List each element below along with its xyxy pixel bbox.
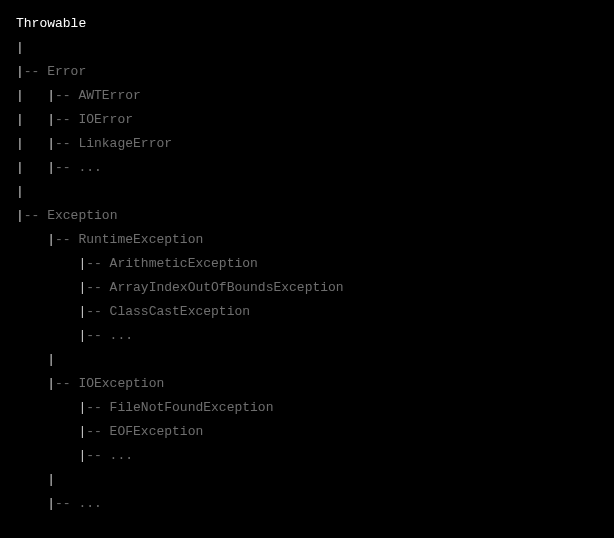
tree-line: Throwable bbox=[16, 12, 598, 36]
tree-segment: Throwable bbox=[16, 16, 86, 31]
tree-segment: -- ClassCastException bbox=[86, 304, 250, 319]
tree-line: |-- Error bbox=[16, 60, 598, 84]
tree-segment: | bbox=[16, 40, 24, 55]
tree-line: |-- RuntimeException bbox=[16, 228, 598, 252]
tree-line: | |-- LinkageError bbox=[16, 132, 598, 156]
tree-segment: -- IOError bbox=[55, 112, 133, 127]
tree-segment: | bbox=[16, 64, 24, 79]
tree-segment: | | bbox=[16, 136, 55, 151]
tree-line: | |-- AWTError bbox=[16, 84, 598, 108]
tree-segment: | bbox=[16, 208, 24, 223]
tree-line: | bbox=[16, 348, 598, 372]
tree-segment: | bbox=[16, 496, 55, 511]
tree-line: |-- ... bbox=[16, 444, 598, 468]
tree-segment: -- ArrayIndexOutOfBoundsException bbox=[86, 280, 343, 295]
tree-segment: -- ... bbox=[55, 496, 102, 511]
tree-segment: | bbox=[16, 472, 55, 487]
tree-segment: -- EOFException bbox=[86, 424, 203, 439]
tree-line: |-- EOFException bbox=[16, 420, 598, 444]
tree-segment: | bbox=[16, 232, 55, 247]
tree-line: |-- ... bbox=[16, 324, 598, 348]
tree-segment: | | bbox=[16, 160, 55, 175]
tree-line: | |-- IOError bbox=[16, 108, 598, 132]
tree-line: | bbox=[16, 36, 598, 60]
tree-segment: | bbox=[16, 424, 86, 439]
tree-line: | |-- ... bbox=[16, 156, 598, 180]
exception-hierarchy-tree: Throwable||-- Error| |-- AWTError| |-- I… bbox=[16, 12, 598, 516]
tree-segment: -- LinkageError bbox=[55, 136, 172, 151]
tree-segment: | bbox=[16, 328, 86, 343]
tree-line: |-- FileNotFoundException bbox=[16, 396, 598, 420]
tree-segment: -- Exception bbox=[24, 208, 118, 223]
tree-segment: | bbox=[16, 376, 55, 391]
tree-segment: -- ... bbox=[55, 160, 102, 175]
tree-segment: | | bbox=[16, 88, 55, 103]
tree-line: |-- Exception bbox=[16, 204, 598, 228]
tree-segment: | bbox=[16, 352, 55, 367]
tree-segment: -- RuntimeException bbox=[55, 232, 203, 247]
tree-segment: | bbox=[16, 256, 86, 271]
tree-segment: | bbox=[16, 280, 86, 295]
tree-segment: -- ... bbox=[86, 448, 133, 463]
tree-line: |-- ClassCastException bbox=[16, 300, 598, 324]
tree-segment: -- IOException bbox=[55, 376, 164, 391]
tree-line: |-- ... bbox=[16, 492, 598, 516]
tree-segment: -- ... bbox=[86, 328, 133, 343]
tree-segment: -- Error bbox=[24, 64, 86, 79]
tree-line: |-- IOException bbox=[16, 372, 598, 396]
tree-line: | bbox=[16, 180, 598, 204]
tree-segment: -- AWTError bbox=[55, 88, 141, 103]
tree-segment: -- FileNotFoundException bbox=[86, 400, 273, 415]
tree-segment: | | bbox=[16, 112, 55, 127]
tree-segment: | bbox=[16, 400, 86, 415]
tree-segment: -- ArithmeticException bbox=[86, 256, 258, 271]
tree-line: | bbox=[16, 468, 598, 492]
tree-segment: | bbox=[16, 184, 24, 199]
tree-segment: | bbox=[16, 304, 86, 319]
tree-line: |-- ArrayIndexOutOfBoundsException bbox=[16, 276, 598, 300]
tree-line: |-- ArithmeticException bbox=[16, 252, 598, 276]
tree-segment: | bbox=[16, 448, 86, 463]
